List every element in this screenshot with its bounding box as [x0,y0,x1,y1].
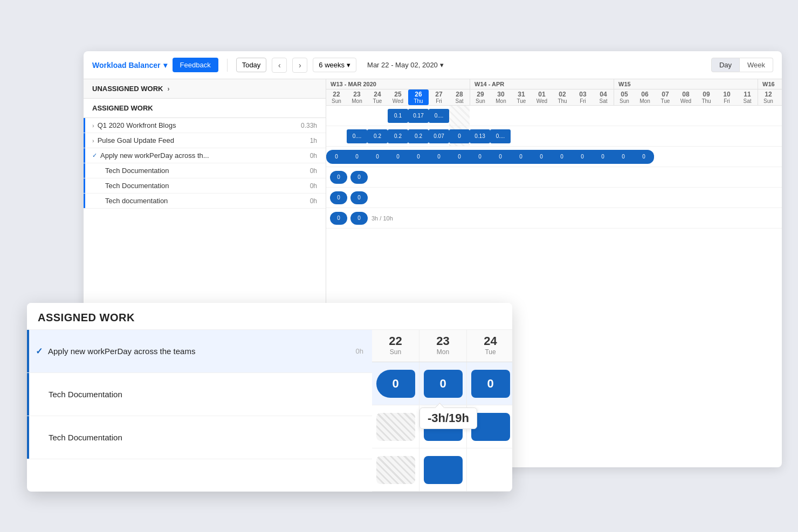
gantt-row-2: 0.... 0.2 0.2 0.2 0.07 0 [326,126,782,147]
day-name: Tue [467,348,512,356]
bar-value: 0.1 [388,109,408,123]
unassigned-header: UNASSIGNED WORK › [84,79,326,99]
bar-cell: 0 [408,150,429,164]
day-col-02: 02Thu [552,89,573,105]
task-name: Q1 2020 Workfront Blogs [98,121,297,129]
bar-cell: 0.... [429,106,449,126]
week-label-w15: W15 [614,79,758,89]
bar-cell: 0 [328,208,349,228]
bar-value: 0 [490,150,511,164]
toolbar-separator [227,59,228,72]
left-accent [84,148,85,163]
bar-cell: 0.... [347,126,367,146]
day-number: 22 [372,334,419,348]
day-number: 24 [467,334,512,348]
day-col-01: 01Wed [532,89,552,105]
task-hours: 1h [310,137,317,144]
day-col-31: 31Tue [511,89,532,105]
bar-value: 0 [367,150,388,164]
chevron-down-icon: ▾ [163,61,167,70]
bar-value: 0 [347,150,367,164]
left-accent [84,194,85,208]
bar-cell: 0 [349,208,369,228]
unassigned-label: UNASSIGNED WORK [92,85,163,93]
expand-icon: ✓ [36,346,43,356]
task-name: Tech Documentation [49,433,363,442]
day-col-05: 05Sun [614,89,635,105]
bar-value: 0 [388,150,408,164]
week-days-w16: 12Sun 13M [758,89,782,105]
day-col-28: 28Sat [449,89,470,105]
bar-value: 0.... [347,129,367,143]
overlay-content: ✓ Apply new workPerDay across the teams … [27,330,512,492]
overlay-day-23: 23 Mon [419,330,467,362]
workload-balancer-label: Workload Balancer [92,61,161,70]
bar-value: 0.2 [408,129,429,143]
chip-value: 0 [330,191,347,204]
bar-cell: 0 [349,167,369,187]
left-accent [84,178,85,193]
nav-next-button[interactable]: › [292,58,307,73]
day-col-06: 06Mon [635,89,655,105]
weeks-dropdown[interactable]: 6 weeks ▾ [313,58,356,72]
day-col-03: 03Fri [573,89,593,105]
workload-balancer-button[interactable]: Workload Balancer ▾ [92,61,167,70]
day-col-30: 30Mon [491,89,511,105]
week-days-w13: 22Sun 23Mon 24Tue 25Wed 26Thu 27Fri 28Sa… [326,89,470,105]
bar-cell: 0.2 [367,126,388,146]
bar-cell: 0 [572,150,593,164]
feedback-button[interactable]: Feedback [173,58,218,72]
day-col-22: 22Sun [326,89,347,105]
overlay-task-row-2: Tech Documentation [27,373,372,416]
day-name: Mon [419,348,466,356]
task-hours: 0h [310,152,317,160]
bar-value: 0 [408,150,429,164]
bar-cell [326,126,347,146]
chip-value: 0 [330,212,347,225]
bar-value: 0 [326,150,347,164]
bar-value: 0 [470,150,490,164]
overlay-task-row-3: Tech Documentation [27,416,372,459]
nav-prev-button[interactable]: ‹ [272,58,287,73]
day-col-25: 25Wed [388,89,408,105]
task-name: Tech Documentation [105,182,306,190]
day-col-08: 08Wed [676,89,696,105]
bar-cell: 0 [388,150,408,164]
gantt-row-1: 0.1 0.17 0.... [326,106,782,126]
bar-value: 0.2 [367,129,388,143]
day-name: Sun [372,348,419,356]
bar-cell: 0 [470,150,490,164]
week-group-w14: W14 - APR 29Sun 30Mon 31Tue 01Wed 02Thu … [470,79,614,105]
week-label-w14: W14 - APR [470,79,614,89]
bar-cell: 0 [634,150,654,164]
bar-cell: 0 [328,167,349,187]
overlay-title: ASSIGNED WORK [38,312,501,324]
assigned-label: ASSIGNED WORK [92,104,153,112]
overlay-day-header: 22 Sun 23 Mon 24 Tue ✓ ✕ [372,330,512,362]
day-col-09: 09Thu [696,89,717,105]
day-col-26-today: 26Thu [408,89,429,105]
overlay-tech-cell [467,448,512,491]
overlay-card: ASSIGNED WORK ✓ Apply new workPerDay acr… [27,303,512,492]
tech-bar [424,456,463,484]
expand-icon: › [92,137,94,144]
task-name: Tech documentation [105,197,306,205]
today-button[interactable]: Today [236,58,267,72]
day-col-13: 13M [779,89,782,105]
week-view-button[interactable]: Week [740,58,773,72]
day-col-27: 27Fri [429,89,449,105]
chevron-down-icon: ▾ [440,61,444,69]
day-view-button[interactable]: Day [711,58,740,72]
bar-cell [326,106,347,126]
bar-cell: 0.... [490,126,511,146]
bar-cell-hatch [449,106,470,126]
task-row: Tech Documentation 0h [84,178,326,194]
bar-value: 0.07 [429,129,449,143]
week-days-w15: 05Sun 06Mon 07Tue 08Wed 09Thu 10Fri 11Sa… [614,89,758,105]
task-row: ✓ Apply new workPerDay across th... 0h [84,148,326,163]
week-label-w16: W16 [758,79,782,89]
day-number: 23 [419,334,466,348]
date-range-dropdown[interactable]: Mar 22 - May 02, 2020 ▾ [362,58,449,72]
task-hours: 0.33h [301,122,317,129]
bar-value: 0 [613,150,634,164]
